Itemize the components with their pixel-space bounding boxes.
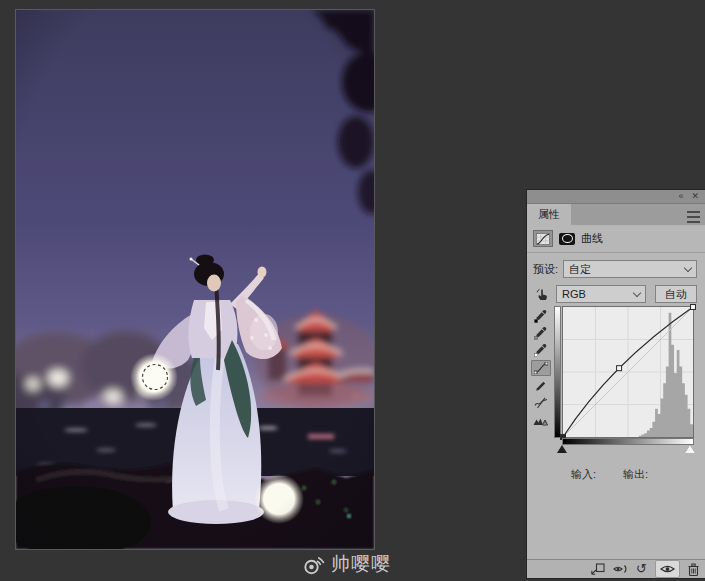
photo-scene	[16, 10, 374, 549]
adjustment-header: 曲线	[527, 228, 705, 253]
clipping-warning-icon[interactable]	[532, 413, 550, 427]
channel-value: RGB	[562, 288, 586, 300]
reset-icon[interactable]: ↺	[636, 562, 647, 576]
black-point-eyedropper-icon[interactable]	[532, 309, 550, 323]
preset-label: 预设:	[533, 262, 558, 277]
preset-select[interactable]: 自定	[563, 260, 697, 278]
watermark: 帅嘤嘤	[303, 551, 391, 577]
preset-value: 自定	[569, 262, 591, 277]
input-gradient-bar	[562, 438, 694, 445]
delete-adjustment-icon[interactable]	[688, 562, 699, 576]
watermark-text: 帅嘤嘤	[331, 551, 391, 577]
panel-menu-icon[interactable]	[687, 211, 700, 223]
curves-thumbnail-icon	[533, 230, 553, 247]
view-previous-state-icon[interactable]	[613, 562, 628, 576]
collapse-panel-button[interactable]: «	[678, 190, 683, 203]
panel-topbar: « ✕	[527, 190, 705, 204]
output-gradient-bar	[554, 306, 561, 438]
tab-properties[interactable]: 属性	[527, 204, 571, 225]
chevron-down-icon	[633, 289, 641, 297]
curve-graph[interactable]	[562, 306, 694, 438]
output-label: 输出:	[623, 467, 648, 482]
adjustment-title: 曲线	[581, 231, 603, 246]
visibility-eye-icon[interactable]	[655, 560, 680, 578]
clip-to-layer-icon[interactable]	[591, 562, 605, 576]
layer-mask-icon[interactable]	[559, 233, 575, 245]
chevron-down-icon	[684, 264, 692, 272]
io-readout: 输入: 输出:	[571, 467, 705, 482]
preset-row: 预设: 自定	[533, 260, 697, 278]
properties-panel: « ✕ 属性 曲线 预设: 自定	[527, 190, 705, 578]
draw-curve-pencil-icon[interactable]	[532, 379, 550, 393]
white-point-eyedropper-icon[interactable]	[532, 343, 550, 357]
vignette	[16, 10, 374, 549]
gray-point-eyedropper-icon[interactable]	[532, 326, 550, 340]
edit-points-tool-icon[interactable]	[531, 360, 551, 376]
curves-graph-row	[527, 306, 705, 458]
panel-tab-row: 属性	[527, 204, 705, 225]
curves-tool-column	[527, 306, 554, 458]
auto-button[interactable]: 自动	[655, 285, 697, 303]
curves-graph-area	[554, 306, 699, 458]
shadow-input-slider[interactable]	[557, 445, 567, 453]
panel-body: 曲线 预设: 自定 RGB 自动	[527, 225, 705, 578]
photo-canvas[interactable]	[16, 10, 374, 549]
smooth-curve-icon[interactable]	[532, 396, 550, 410]
channel-select[interactable]: RGB	[556, 285, 646, 303]
highlight-input-slider[interactable]	[685, 445, 695, 453]
close-panel-button[interactable]: ✕	[691, 190, 699, 203]
channel-row: RGB 自动	[533, 285, 697, 303]
panel-footer: ↺	[527, 559, 705, 578]
input-label: 输入:	[571, 467, 596, 482]
targeted-adjustment-icon[interactable]	[533, 287, 551, 301]
weibo-icon	[303, 554, 326, 575]
